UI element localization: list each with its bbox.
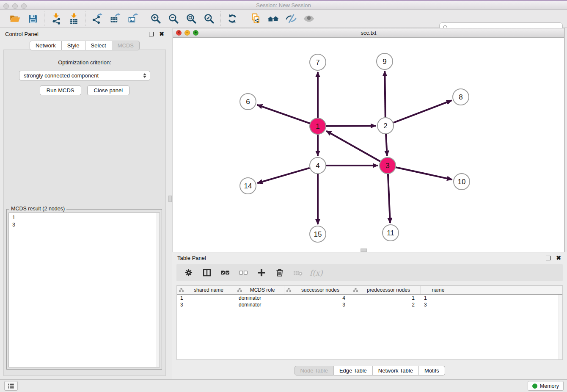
- column-panel-icon: [202, 268, 212, 277]
- node-label-4: 4: [316, 162, 319, 170]
- zoom-out-button[interactable]: [165, 11, 182, 26]
- zoom-selected-button[interactable]: [200, 11, 218, 26]
- minimize-view-icon[interactable]: −: [184, 30, 190, 36]
- network-graph[interactable]: 7968124314101511: [173, 38, 564, 252]
- window-controls-inactive[interactable]: [3, 3, 27, 9]
- criterion-dropdown[interactable]: strongly connected component: [19, 71, 150, 80]
- close-table-panel-icon[interactable]: ✖: [556, 256, 561, 260]
- unchecked-boxes-icon: [238, 268, 248, 278]
- node-label-2: 2: [383, 122, 387, 130]
- column-header-successor-nodes[interactable]: successor nodes: [284, 286, 351, 294]
- table-cell[interactable]: 4: [284, 295, 351, 301]
- network-view-window: ✕ − + scc.txt 7968124314101511: [173, 28, 564, 252]
- maximize-view-icon[interactable]: +: [193, 30, 198, 36]
- delete-columns-button[interactable]: [274, 267, 285, 278]
- delete-table-button[interactable]: [292, 267, 303, 278]
- table-cell[interactable]: 3: [177, 302, 235, 308]
- minimize-window-icon[interactable]: [12, 3, 18, 9]
- status-bar: Memory: [0, 379, 567, 392]
- table-row[interactable]: 3dominator323: [177, 301, 562, 308]
- zoom-in-button[interactable]: [147, 11, 165, 26]
- close-view-icon[interactable]: ✕: [176, 30, 182, 36]
- float-table-panel-icon[interactable]: [546, 256, 550, 260]
- plus-icon: [257, 268, 266, 277]
- table-cell[interactable]: dominator: [235, 295, 284, 301]
- network-canvas[interactable]: 7968124314101511: [173, 38, 564, 252]
- table-options-button[interactable]: [183, 267, 194, 278]
- result-scrollbar[interactable]: [156, 213, 160, 367]
- tab-mcds[interactable]: MCDS: [112, 41, 140, 50]
- table-row[interactable]: 1dominator411: [177, 295, 562, 301]
- edge-1-2[interactable]: [326, 126, 376, 126]
- vertical-splitter[interactable]: [169, 28, 172, 379]
- open-session-button[interactable]: [6, 11, 24, 26]
- copy-view-button[interactable]: [247, 11, 264, 26]
- tab-node-table[interactable]: Node Table: [294, 366, 334, 375]
- node-table[interactable]: shared nameMCDS rolesuccessor nodesprede…: [176, 285, 563, 360]
- save-session-button[interactable]: [24, 11, 41, 26]
- tab-select[interactable]: Select: [85, 41, 112, 50]
- edge-3-10[interactable]: [396, 167, 452, 179]
- refresh-view-button[interactable]: [223, 11, 241, 26]
- tab-network[interactable]: Network: [30, 41, 62, 50]
- column-sort-icon: [179, 287, 184, 293]
- vertical-splitter-grip[interactable]: [168, 196, 172, 202]
- table-cell[interactable]: 1: [351, 295, 421, 301]
- add-column-button[interactable]: [256, 267, 267, 278]
- edge-2-8[interactable]: [394, 100, 452, 123]
- tab-style[interactable]: Style: [62, 41, 85, 50]
- tab-network-table[interactable]: Network Table: [373, 366, 419, 375]
- column-header-MCDS-role[interactable]: MCDS role: [235, 286, 284, 294]
- export-image-button[interactable]: [124, 11, 141, 26]
- copy-network-view-icon: [250, 13, 261, 25]
- function-builder-button[interactable]: f(x): [311, 267, 322, 278]
- table-cell[interactable]: 1: [421, 295, 456, 301]
- column-header-shared-name[interactable]: shared name: [177, 286, 235, 294]
- node-label-8: 8: [459, 93, 462, 101]
- edge-1-6[interactable]: [257, 105, 310, 124]
- horizontal-splitter-grip[interactable]: [361, 248, 367, 252]
- zoom-fit-button[interactable]: [182, 11, 200, 26]
- close-panel-button[interactable]: Close panel: [87, 86, 130, 95]
- table-cell[interactable]: dominator: [235, 302, 284, 308]
- column-header-label: name: [422, 287, 454, 293]
- select-all-columns-button[interactable]: [220, 267, 231, 278]
- network-window-titlebar[interactable]: ✕ − + scc.txt: [173, 28, 564, 38]
- close-panel-icon[interactable]: ✖: [159, 32, 164, 36]
- home-button[interactable]: [264, 11, 282, 26]
- mcds-result-list[interactable]: 13: [8, 213, 160, 367]
- edge-2-3[interactable]: [386, 134, 387, 156]
- edge-2-9[interactable]: [385, 71, 385, 117]
- edge-4-14[interactable]: [257, 168, 310, 183]
- toggle-preview-button[interactable]: [282, 11, 300, 26]
- node-label-6: 6: [246, 98, 250, 106]
- memory-button[interactable]: Memory: [528, 381, 564, 391]
- close-window-icon[interactable]: [3, 3, 9, 9]
- table-cell[interactable]: 1: [177, 295, 235, 301]
- column-header-name[interactable]: name: [421, 286, 456, 294]
- show-graphics-details-button[interactable]: [300, 11, 318, 26]
- export-image-icon: [127, 13, 138, 25]
- task-history-button[interactable]: [4, 381, 18, 391]
- tab-motifs[interactable]: Motifs: [419, 366, 445, 375]
- edge-3-1[interactable]: [326, 131, 380, 161]
- zoom-out-icon: [168, 13, 179, 24]
- export-table-button[interactable]: [106, 11, 124, 26]
- tab-edge-table[interactable]: Edge Table: [334, 366, 373, 375]
- node-label-3: 3: [385, 162, 389, 170]
- run-mcds-button[interactable]: Run MCDS: [40, 86, 81, 95]
- import-network-button[interactable]: [47, 11, 65, 26]
- export-network-button[interactable]: [88, 11, 106, 26]
- table-cell[interactable]: 2: [351, 302, 421, 308]
- show-column-panel-button[interactable]: [201, 267, 212, 278]
- maximize-window-icon[interactable]: [21, 3, 27, 9]
- table-cell[interactable]: 3: [421, 302, 456, 308]
- edge-3-11[interactable]: [388, 174, 390, 223]
- column-header-predecessor-nodes[interactable]: predecessor nodes: [351, 286, 421, 294]
- table-cell[interactable]: 3: [284, 302, 351, 308]
- unselect-all-columns-button[interactable]: [238, 267, 249, 278]
- import-table-button[interactable]: [65, 11, 83, 26]
- column-header-label: predecessor nodes: [358, 287, 418, 293]
- float-panel-icon[interactable]: [149, 32, 154, 36]
- table-scrollbar[interactable]: [559, 295, 562, 359]
